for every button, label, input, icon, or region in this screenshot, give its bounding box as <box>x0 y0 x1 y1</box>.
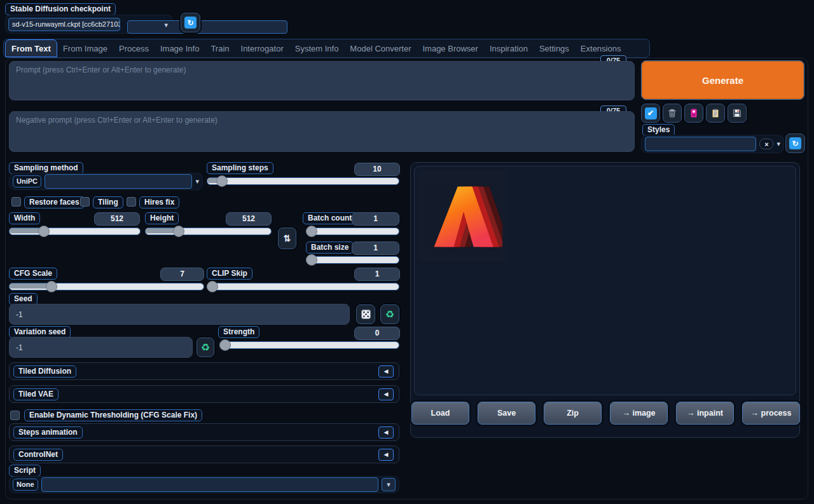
slider-handle[interactable] <box>306 226 317 237</box>
swap-icon: ⇅ <box>284 233 291 243</box>
checkpoint-secondary-field[interactable] <box>127 20 287 34</box>
collapse-icon[interactable]: ◀ <box>378 426 394 439</box>
send-to-image-button[interactable]: → image <box>610 402 668 425</box>
collapse-icon[interactable]: ◀ <box>378 388 394 400</box>
styles-value-field[interactable] <box>645 137 756 151</box>
slider-handle[interactable] <box>219 339 231 351</box>
tab-model-converter[interactable]: Model Converter <box>344 39 417 57</box>
trash-icon <box>667 108 677 118</box>
main-tabbar: From Text From Image Process Image Info … <box>3 39 650 58</box>
script-field[interactable] <box>41 477 379 492</box>
check-icon: ✔ <box>645 107 657 119</box>
tab-settings[interactable]: Settings <box>534 39 575 57</box>
clip-skip-value[interactable]: 1 <box>354 268 400 281</box>
sampling-method-dropdown[interactable]: UniPC ▾ <box>9 173 203 190</box>
save-style-button[interactable] <box>728 104 747 123</box>
width-slider[interactable] <box>9 227 141 235</box>
script-dropdown[interactable]: None ▾ <box>9 476 399 493</box>
clip-skip-slider[interactable] <box>207 282 399 290</box>
checkpoint-value[interactable]: sd-v15-runwayml.ckpt [cc6cb27103] <box>8 18 120 31</box>
prompt-input[interactable] <box>9 61 635 100</box>
strength-slider[interactable] <box>219 341 399 348</box>
output-actions: Load Save Zip → image → inpaint → proces… <box>411 402 800 425</box>
script-label: Script <box>9 465 41 477</box>
accordion-tiled-vae[interactable]: Tiled VAE ◀ <box>9 385 399 403</box>
tab-image-browser[interactable]: Image Browser <box>417 39 483 57</box>
sampling-steps-value[interactable]: 10 <box>354 163 400 176</box>
slider-handle[interactable] <box>173 226 184 237</box>
apply-style-button[interactable] <box>706 104 725 123</box>
strength-label: Strength <box>218 326 259 338</box>
tiling-checkbox[interactable] <box>80 197 90 207</box>
tab-process[interactable]: Process <box>113 39 155 57</box>
accordion-steps-animation[interactable]: Steps animation ◀ <box>9 423 399 441</box>
random-seed-button[interactable] <box>356 304 375 324</box>
styles-refresh-button[interactable]: ↻ <box>785 133 805 153</box>
height-value[interactable]: 512 <box>226 212 272 226</box>
checkpoint-refresh-button[interactable]: ↻ <box>181 13 200 32</box>
negative-prompt-input[interactable] <box>9 111 635 152</box>
batch-count-label: Batch count <box>303 212 357 224</box>
seed-input[interactable] <box>9 304 350 325</box>
tab-image-info[interactable]: Image Info <box>155 39 205 57</box>
accordion-tiled-diffusion[interactable]: Tiled Diffusion ◀ <box>9 362 399 380</box>
hires-fix-checkbox[interactable] <box>127 197 136 207</box>
swap-dimensions-button[interactable]: ⇅ <box>278 228 296 249</box>
restore-faces-checkbox[interactable] <box>11 197 21 207</box>
variation-seed-input[interactable] <box>9 337 193 358</box>
batch-size-slider[interactable] <box>306 255 399 263</box>
tab-train[interactable]: Train <box>205 39 235 57</box>
collapse-icon[interactable]: ◀ <box>378 365 394 378</box>
generate-button[interactable]: Generate <box>641 60 804 100</box>
batch-count-value[interactable]: 1 <box>352 212 399 226</box>
styles-clear-icon[interactable]: × <box>759 139 773 149</box>
tab-system-info[interactable]: System Info <box>289 39 345 57</box>
strength-value[interactable]: 0 <box>354 327 400 340</box>
slider-handle[interactable] <box>306 254 317 266</box>
send-to-process-button[interactable]: → process <box>742 402 800 425</box>
collapse-icon[interactable]: ◀ <box>378 449 394 461</box>
reuse-variation-seed-button[interactable]: ♻ <box>197 337 214 357</box>
clear-prompt-button[interactable] <box>663 104 682 123</box>
dynamic-thresholding-checkbox[interactable] <box>10 411 20 420</box>
reuse-seed-button[interactable]: ♻ <box>380 304 399 324</box>
card-icon <box>689 108 699 118</box>
hires-fix-label: Hires fix <box>139 196 179 208</box>
save-button[interactable]: Save <box>478 402 535 425</box>
output-thumbnail[interactable] <box>418 170 507 262</box>
sampling-steps-slider[interactable] <box>207 177 399 184</box>
height-slider[interactable] <box>145 227 272 235</box>
accordion-controlnet[interactable]: ControlNet ◀ <box>9 446 399 463</box>
chevron-down-icon[interactable]: ▾ <box>164 22 168 29</box>
checkpoint-label: Stable Diffusion checkpoint <box>5 3 116 15</box>
sampling-method-caret-icon[interactable]: ▾ <box>195 178 199 185</box>
tab-extensions[interactable]: Extensions <box>575 39 627 57</box>
cfg-scale-value[interactable]: 7 <box>160 268 204 281</box>
script-caret-icon: ▾ <box>387 481 390 488</box>
sampling-method-field[interactable] <box>45 174 192 189</box>
styles-dropdown[interactable]: × ▾ <box>641 135 784 153</box>
load-button[interactable]: Load <box>411 402 469 425</box>
tab-inspiration[interactable]: Inspiration <box>484 39 534 57</box>
batch-count-slider[interactable] <box>306 227 399 235</box>
checkpoint-dropdown[interactable]: sd-v15-runwayml.ckpt [cc6cb27103] ▾ <box>5 15 173 34</box>
width-value[interactable]: 512 <box>94 212 140 226</box>
batch-size-value[interactable]: 1 <box>352 242 399 255</box>
send-to-inpaint-button[interactable]: → inpaint <box>676 402 734 425</box>
styles-caret-icon[interactable]: ▾ <box>776 140 780 147</box>
accordion-label: Tiled VAE <box>13 388 59 400</box>
clipboard-icon <box>710 108 721 118</box>
tab-from-text[interactable]: From Text <box>5 39 57 57</box>
paste-params-button[interactable]: ✔ <box>641 104 660 123</box>
zip-button[interactable]: Zip <box>544 402 602 425</box>
script-caret-box[interactable]: ▾ <box>382 478 396 491</box>
accordion-label: ControlNet <box>13 449 63 461</box>
sampling-method-value: UniPC <box>13 175 41 187</box>
cfg-scale-slider[interactable] <box>9 282 204 290</box>
extra-networks-button[interactable] <box>684 104 703 123</box>
height-label: Height <box>145 212 179 224</box>
slider-handle[interactable] <box>207 281 218 292</box>
slider-handle[interactable] <box>38 226 50 237</box>
tab-from-image[interactable]: From Image <box>57 39 113 57</box>
tab-interrogator[interactable]: Interrogator <box>235 39 289 57</box>
